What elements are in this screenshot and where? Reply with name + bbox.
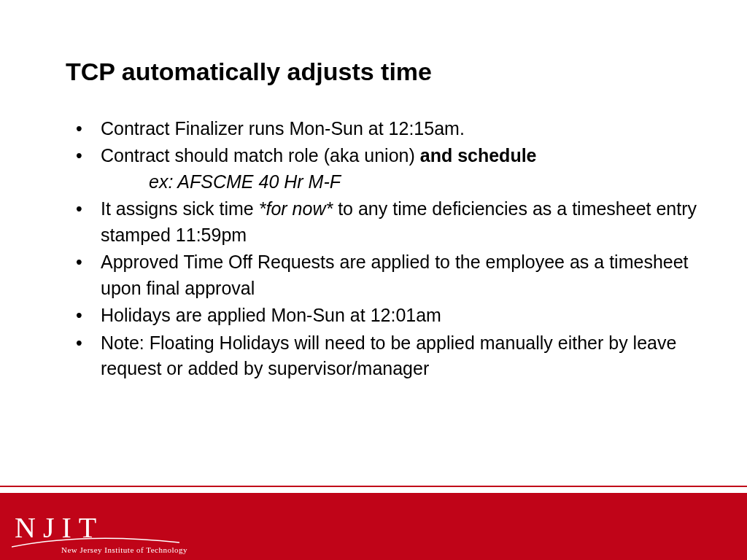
logo-subtitle: New Jersey Institute of Technology bbox=[15, 545, 187, 554]
bullet-text: Note: Floating Holidays will need to be … bbox=[101, 332, 676, 379]
bullet-text: Approved Time Off Requests are applied t… bbox=[101, 252, 689, 298]
bullet-item: Contract should match role (aka union) a… bbox=[66, 143, 703, 195]
bullet-text: Holidays are applied Mon-Sun at 12:01am bbox=[101, 305, 441, 325]
bullet-text-bold: and schedule bbox=[420, 145, 537, 166]
footer-bar: NJIT New Jersey Institute of Technology bbox=[0, 493, 747, 560]
bullet-subtext: ex: AFSCME 40 Hr M-F bbox=[101, 169, 703, 195]
bullet-text: It assigns sick time bbox=[101, 198, 259, 219]
bullet-text: Contract Finalizer runs Mon-Sun at 12:15… bbox=[101, 118, 465, 139]
slide-title: TCP automatically adjusts time bbox=[66, 57, 703, 87]
bullet-list: Contract Finalizer runs Mon-Sun at 12:15… bbox=[66, 116, 703, 382]
slide: TCP automatically adjusts time Contract … bbox=[0, 0, 747, 560]
bullet-text-italic: *for now* bbox=[259, 198, 333, 219]
njit-logo: NJIT New Jersey Institute of Technology bbox=[15, 513, 187, 554]
bullet-item: Holidays are applied Mon-Sun at 12:01am bbox=[66, 303, 703, 329]
logo-letters: NJIT bbox=[15, 513, 187, 542]
bullet-item: Contract Finalizer runs Mon-Sun at 12:15… bbox=[66, 116, 703, 142]
bullet-text: Contract should match role (aka union) bbox=[101, 145, 420, 166]
bullet-item: It assigns sick time *for now* to any ti… bbox=[66, 196, 703, 248]
bullet-item: Note: Floating Holidays will need to be … bbox=[66, 330, 703, 382]
content-area: TCP automatically adjusts time Contract … bbox=[66, 57, 703, 384]
footer-gap bbox=[0, 487, 747, 493]
bullet-item: Approved Time Off Requests are applied t… bbox=[66, 249, 703, 301]
